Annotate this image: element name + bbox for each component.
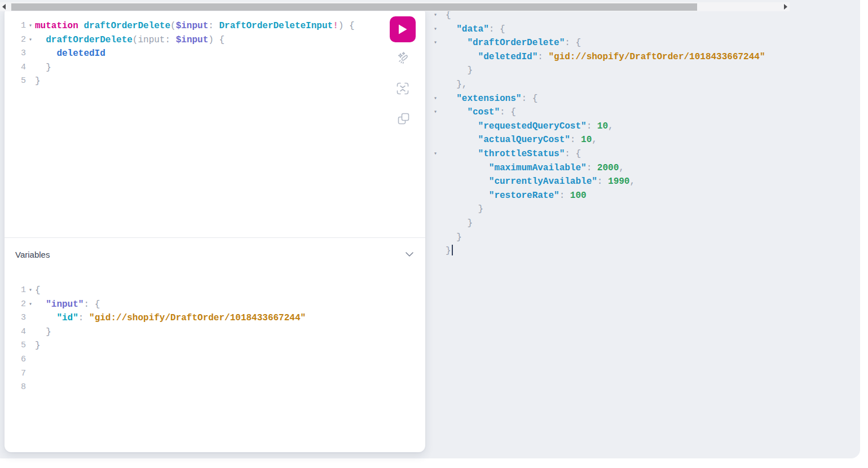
editors-panel: 1▾mutation draftOrderDelete($input: Draf… [5, 7, 425, 452]
code-token [446, 94, 456, 104]
fold-triangle-down-icon[interactable]: ▾ [26, 298, 35, 312]
code-text: "extensions": { [446, 92, 537, 106]
code-token: ( [170, 21, 176, 31]
merge-fragments-icon-button[interactable] [395, 81, 411, 96]
code-token [446, 163, 489, 173]
response-viewer[interactable]: ▾{▾ "data": {▾ "draftOrderDelete": { "de… [430, 8, 858, 448]
code-token: ( [133, 35, 138, 45]
code-token: , [629, 176, 635, 187]
code-token [446, 232, 456, 242]
code-text: "requestedQueryCost": 10, [446, 120, 614, 134]
code-token [446, 52, 478, 62]
fold-gutter-spacer [430, 231, 441, 245]
prettify-query-button[interactable] [395, 51, 411, 67]
code-token: draftOrderDelete [46, 35, 133, 45]
fold-gutter-spacer [430, 120, 441, 134]
fold-triangle-down-icon[interactable]: ▾ [430, 92, 441, 106]
code-token: : [521, 94, 527, 104]
chevron-down-icon [405, 251, 414, 257]
fold-triangle-down-icon[interactable]: ▾ [26, 19, 35, 33]
code-text: "maximumAvailable": 2000, [446, 161, 624, 175]
line-number: 2 [5, 298, 26, 312]
code-token [494, 24, 500, 34]
line-number: 5 [5, 74, 26, 89]
code-line: 3 deletedId [5, 47, 425, 61]
code-token: : [587, 163, 592, 173]
scroll-right-button[interactable] [782, 2, 790, 11]
code-line: ▾ "data": { [430, 23, 858, 37]
horizontal-scrollbar-thumb[interactable] [11, 3, 697, 11]
code-token: } [46, 63, 51, 73]
code-token: { [35, 285, 41, 295]
scroll-left-button[interactable] [0, 2, 8, 11]
fold-gutter-spacer [26, 367, 35, 381]
code-token: { [575, 149, 581, 159]
copy-query-button[interactable] [395, 111, 411, 126]
code-token: $input [176, 35, 209, 45]
code-token [170, 35, 176, 45]
code-token: : [587, 121, 592, 131]
code-token [446, 149, 478, 159]
code-token: } [467, 65, 473, 76]
code-text: } [446, 217, 473, 231]
horizontal-scrollbar[interactable] [0, 2, 790, 11]
code-token: "deletedId" [478, 52, 538, 62]
code-token: } [35, 341, 41, 351]
code-token: { [500, 24, 505, 34]
line-number: 3 [5, 311, 26, 325]
code-text: "data": { [446, 23, 505, 37]
variables-editor[interactable]: 1▾{2▾ "input": {3 "id": "gid://shopify/D… [5, 284, 425, 395]
fold-triangle-down-icon[interactable]: ▾ [430, 36, 441, 50]
code-text: } [35, 325, 51, 339]
variables-section-header[interactable]: Variables [5, 238, 425, 271]
fold-triangle-down-icon[interactable]: ▾ [430, 147, 441, 161]
code-token: } [446, 246, 451, 256]
code-token: "restoreRate" [489, 191, 559, 201]
merge-fragments-icon [395, 81, 411, 96]
code-line: ▾ "draftOrderDelete": { [430, 36, 858, 50]
code-token [35, 48, 56, 59]
code-line: } [430, 217, 858, 231]
code-token [343, 21, 349, 31]
code-token [446, 191, 489, 201]
code-token: { [532, 94, 538, 104]
code-token: : [500, 107, 505, 117]
code-text: "id": "gid://shopify/DraftOrder/10184336… [35, 311, 306, 325]
code-token: { [349, 21, 355, 31]
fold-triangle-down-icon[interactable]: ▾ [430, 23, 441, 37]
code-line: ▾ "cost": { [430, 105, 858, 120]
fold-gutter-spacer [430, 217, 441, 231]
code-token: : [537, 52, 543, 62]
fold-gutter-spacer [430, 244, 441, 258]
code-text: "restoreRate": 100 [446, 189, 587, 203]
fold-triangle-down-icon[interactable]: ▾ [430, 105, 441, 120]
code-token: , [592, 135, 597, 145]
fold-triangle-down-icon[interactable]: ▾ [26, 33, 35, 47]
code-token: "requestedQueryCost" [478, 121, 587, 131]
code-token [35, 327, 46, 337]
code-token [35, 35, 46, 45]
query-editor[interactable]: 1▾mutation draftOrderDelete($input: Draf… [5, 19, 425, 89]
fold-gutter-spacer [430, 161, 441, 175]
code-text: "draftOrderDelete": { [446, 36, 581, 50]
execute-query-button[interactable] [390, 16, 416, 42]
code-token: "gid://shopify/DraftOrder/1018433667244" [548, 52, 765, 62]
code-token: ) [208, 35, 214, 45]
code-line: 8 [5, 381, 425, 395]
code-token: , [608, 121, 614, 131]
code-token: : [208, 21, 214, 31]
code-token: : [597, 176, 603, 187]
graphiql-app: 1▾mutation draftOrderDelete($input: Draf… [0, 0, 868, 468]
code-token: "extensions" [456, 94, 521, 104]
line-number: 6 [5, 353, 26, 367]
code-token [570, 38, 576, 48]
fold-gutter-spacer [430, 202, 441, 217]
code-line: "actualQueryCost": 10, [430, 133, 858, 147]
code-line: 5} [5, 339, 425, 353]
code-token: "currentlyAvailable" [489, 176, 597, 187]
line-number: 8 [5, 381, 26, 395]
fold-triangle-down-icon[interactable]: ▾ [26, 284, 35, 298]
code-token [446, 121, 478, 131]
fold-gutter-spacer [26, 47, 35, 61]
code-line: "maximumAvailable": 2000, [430, 161, 858, 175]
